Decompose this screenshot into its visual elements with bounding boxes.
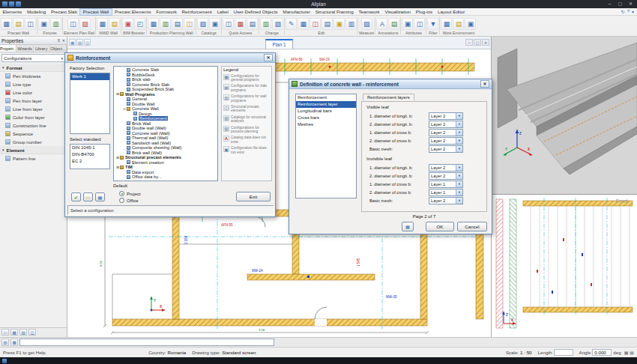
close-icon[interactable]: ✕ <box>480 80 489 88</box>
menu-layout-editor[interactable]: Layout Editor <box>435 8 468 16</box>
tool-icon[interactable]: ▥ <box>50 18 61 30</box>
tool-icon[interactable]: ▤ <box>109 18 120 30</box>
menu-label[interactable]: Label <box>214 8 231 16</box>
tool-icon[interactable]: ▤ <box>453 18 464 30</box>
tool-icon[interactable]: ▥ <box>345 18 357 30</box>
ok-button[interactable]: OK <box>426 222 454 231</box>
tool-icon[interactable]: ▦ <box>1 18 12 30</box>
menu-user-defined-objects[interactable]: User-Defined Objects <box>231 8 280 16</box>
layer-select[interactable]: Layer 2▾ <box>429 164 463 172</box>
layer-select[interactable]: Layer 2▾ <box>429 121 463 128</box>
menu-elements[interactable]: Elements <box>0 8 25 16</box>
length-status[interactable]: Length <box>535 349 576 356</box>
default-office-radio[interactable]: Office <box>119 197 139 204</box>
tool-icon[interactable]: ▦ <box>441 18 452 30</box>
format-section-header[interactable]: ▼Format <box>0 64 67 72</box>
standard-item[interactable]: DIN-B4700 <box>70 151 109 158</box>
layer-select[interactable]: Layer 2▾ <box>429 112 463 120</box>
panel-tool-icon[interactable]: ▤ <box>19 329 27 336</box>
tree-item[interactable]: Office data by... <box>114 175 217 180</box>
tab-reinforcement-layers[interactable]: Reinforcement layers <box>363 94 414 100</box>
layer-select[interactable]: Layer 2▾ <box>429 197 463 204</box>
tool-icon[interactable]: ▤ <box>388 18 399 30</box>
save-button[interactable]: ▦ <box>402 222 414 231</box>
tool-icon[interactable]: ▣ <box>333 18 345 30</box>
definition-nav-list[interactable]: Reinforcement Reinforcement layer Longit… <box>295 94 357 198</box>
layer-select[interactable]: Layer 1▾ <box>429 181 463 188</box>
nav-item[interactable]: Reinforcement <box>296 94 356 101</box>
nav-item[interactable] <box>296 128 356 135</box>
prop-sequence[interactable]: Sequence <box>0 130 67 138</box>
chevron-down-icon[interactable]: ▾ <box>632 9 634 14</box>
prop-color-from-layer[interactable]: Color from layer <box>0 113 67 121</box>
reinforcement-dialog-titlebar[interactable]: Reinforcement ✕ <box>65 53 275 63</box>
tab-library[interactable]: Library <box>34 45 50 52</box>
tool-icon[interactable]: ▥ <box>160 18 171 30</box>
nav-item[interactable]: Cross bars <box>296 115 356 121</box>
tab-wizards[interactable]: Wizards <box>16 45 33 52</box>
element-section-header[interactable]: ▼Element <box>0 146 67 154</box>
menu-precast-slab[interactable]: Precast Slab <box>48 8 79 16</box>
menu-reinforcement[interactable]: Reinforcement <box>179 8 214 16</box>
minimize-button[interactable]: ─ <box>605 1 615 7</box>
panel-tool-icon[interactable]: ▦ <box>10 329 18 336</box>
viewport-maximize-icon[interactable]: ▢ <box>474 39 481 46</box>
layer-select[interactable]: Layer 2▾ <box>429 129 463 136</box>
close-icon[interactable]: ✕ <box>61 38 65 43</box>
tool-icon[interactable]: ▦ <box>97 18 108 30</box>
cancel-button[interactable]: Cancel <box>457 222 487 231</box>
tool-icon[interactable]: ▦ <box>298 18 309 30</box>
tool-icon[interactable]: ▤ <box>172 18 183 30</box>
prop-group-number[interactable]: Group number <box>0 138 67 146</box>
maximize-button[interactable]: ▢ <box>615 1 625 7</box>
tool-icon[interactable]: ▣ <box>465 18 476 30</box>
tool-icon[interactable]: ▨ <box>197 18 208 30</box>
tool-icon[interactable]: ▥ <box>260 18 271 30</box>
tool-icon[interactable]: ▣ <box>402 18 413 30</box>
tool-icon[interactable]: ▦ <box>235 18 246 30</box>
configuration-tree[interactable]: Concrete Slab BubbleDeck Brick slab Conc… <box>113 66 218 181</box>
angle-status[interactable]: Angle0.000deg <box>576 349 624 356</box>
factory-listbox[interactable]: Werk 1 <box>70 73 110 134</box>
panel-tool-icon[interactable]: ◫ <box>28 329 36 336</box>
tool-icon[interactable]: ▨ <box>79 18 91 30</box>
tool-icon[interactable]: ◫ <box>223 18 234 30</box>
tool-icon[interactable]: ▼ <box>427 18 438 30</box>
standard-item[interactable]: EC 2 <box>70 158 109 165</box>
tool-icon[interactable]: ◫ <box>25 18 36 30</box>
menu-teamwork[interactable]: Teamwork <box>356 8 382 16</box>
menu-plugins[interactable]: Plug-ins <box>413 8 435 16</box>
tool-icon[interactable]: ◫ <box>414 18 425 30</box>
isometric-viewport[interactable]: Z X Y <box>492 37 637 195</box>
tool-icon[interactable]: ◫ <box>184 18 195 30</box>
taskbar-app-icon[interactable] <box>2 359 7 363</box>
layer-select[interactable]: Layer 2▾ <box>429 172 463 180</box>
tool-icon[interactable]: ▣ <box>122 18 133 30</box>
prop-line-from-layer[interactable]: Line from layer <box>0 105 67 113</box>
standard-listbox[interactable]: DIN 1045-1 DIN-B4700 EC 2 <box>70 144 110 169</box>
tool-icon[interactable]: ▤ <box>321 18 333 30</box>
tab-properties[interactable]: Propert... <box>0 45 16 52</box>
pin-icon[interactable]: ⊼ <box>57 38 60 43</box>
menu-precast-wall[interactable]: Precast Wall <box>79 8 112 16</box>
quick-undo-icon[interactable] <box>16 1 21 7</box>
exit-button[interactable]: Exit <box>236 192 271 201</box>
snap-settings-icon[interactable]: ▦ <box>624 350 629 355</box>
factory-item[interactable]: Werk 1 <box>70 73 109 80</box>
viewport-tool-icon[interactable]: ◫ <box>84 39 91 46</box>
command-options-icon[interactable]: ▦ <box>10 339 18 346</box>
layer-select[interactable]: Layer 2▾ <box>429 137 463 145</box>
help-icon[interactable]: ? <box>627 9 630 14</box>
standard-item[interactable]: DIN 1045-1 <box>70 145 109 151</box>
definition-dialog-titlebar[interactable]: Definition of concrete wall - reinforcem… <box>289 79 492 89</box>
panel-tool-icon[interactable]: ▭ <box>1 329 9 336</box>
menu-structural-framing[interactable]: Structural Framing <box>313 8 356 16</box>
save-button[interactable]: ▦ <box>95 192 105 201</box>
command-history-icon[interactable]: ▤ <box>1 339 9 346</box>
open-folder-button[interactable]: ▭ <box>83 192 93 201</box>
tool-icon[interactable]: ▦ <box>148 18 159 30</box>
confirm-config-button[interactable]: ✔ <box>71 192 81 201</box>
prop-pen-from-layer[interactable]: Pen from layer <box>0 97 67 105</box>
tool-icon[interactable]: ✎ <box>286 18 297 30</box>
nav-item[interactable]: Longitudinal bars <box>296 108 356 115</box>
